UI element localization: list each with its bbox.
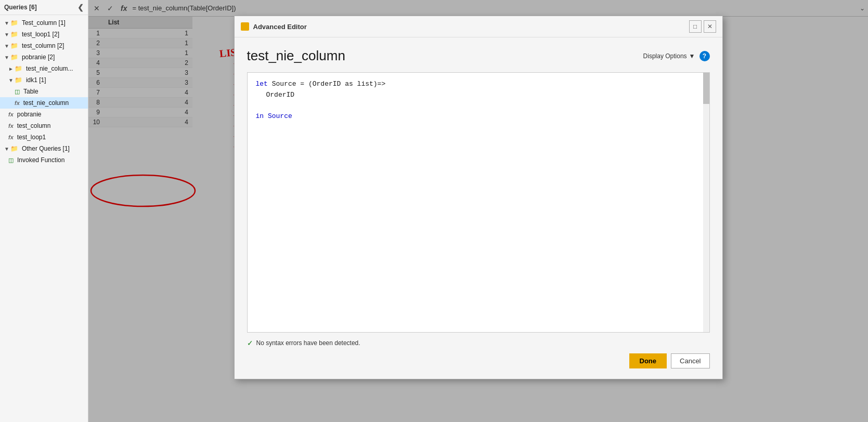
tree-item-test_nie_column[interactable]: fxtest_nie_column xyxy=(0,97,88,109)
triangle-icon: ▼ xyxy=(4,20,9,26)
code-line-4: in Source xyxy=(256,111,701,122)
tree-item-label: test_column [2] xyxy=(22,42,64,49)
fx-icon: fx xyxy=(15,100,20,106)
queries-title: Queries [6] xyxy=(4,4,37,11)
tree-item-test_column_1[interactable]: ▼ 📁Test_column [1] xyxy=(0,17,88,29)
tree-item-table_item[interactable]: ◫Table xyxy=(0,86,88,97)
modal-footer: ✓ No syntax errors have been detected. D… xyxy=(247,333,710,368)
modal-title-left: Advanced Editor xyxy=(241,22,307,31)
scrollbar-track[interactable] xyxy=(703,73,709,332)
equals-operator: = xyxy=(300,79,304,90)
modal-body: test_nie_column Display Options ▼ ? let xyxy=(235,37,722,379)
folder-icon: 📁 xyxy=(10,42,18,49)
code-line-3 xyxy=(256,101,701,112)
fx-icon: fx xyxy=(8,123,14,129)
folder-icon: 📁 xyxy=(15,65,22,72)
status-row: ✓ No syntax errors have been detected. xyxy=(247,339,710,347)
modal-maximize-button[interactable]: □ xyxy=(689,20,702,33)
table-icon: ◫ xyxy=(15,88,20,95)
table-icon: ◫ xyxy=(8,157,14,164)
advanced-editor-modal: Advanced Editor □ ✕ test_nie_column Disp… xyxy=(234,16,723,379)
collapse-panel-button[interactable]: ❮ xyxy=(77,3,84,11)
tree-item-pobranie_2[interactable]: ▼ 📁pobranie [2] xyxy=(0,51,88,63)
main-area: ✕ ✓ fx ⌄ List 1 12 13 xyxy=(88,0,868,422)
chevron-down-icon: ▼ xyxy=(689,52,695,60)
scrollbar-thumb[interactable] xyxy=(703,73,709,104)
tree-item-invoked_function[interactable]: ◫Invoked Function xyxy=(0,154,88,166)
orderid-identifier: OrderID xyxy=(266,90,295,101)
fx-icon: fx xyxy=(8,134,14,140)
triangle-icon: ▼ xyxy=(4,43,9,49)
tree-item-label: Invoked Function xyxy=(17,156,64,164)
tree-item-label: pobranie [2] xyxy=(22,54,55,61)
code-line-2: OrderID xyxy=(256,90,701,101)
done-button[interactable]: Done xyxy=(629,353,667,368)
modal-func-header: test_nie_column Display Options ▼ ? xyxy=(247,48,710,64)
function-name: test_nie_column xyxy=(247,48,345,64)
tree-item-label: pobranie xyxy=(17,111,42,118)
queries-header: Queries [6] ❮ xyxy=(0,0,88,15)
tree-item-label: Table xyxy=(23,88,38,95)
modal-app-icon xyxy=(241,22,249,31)
tree-item-label: test_nie_colum... xyxy=(26,65,73,72)
tree-item-pobranie[interactable]: fxpobranie xyxy=(0,109,88,120)
tree-item-test_column[interactable]: fxtest_column xyxy=(0,120,88,131)
tree-item-test_column_2[interactable]: ▼ 📁test_column [2] xyxy=(0,40,88,51)
folder-icon: 📁 xyxy=(10,145,18,152)
modal-title-bar: Advanced Editor □ ✕ xyxy=(235,16,722,37)
tree-item-idk1_1[interactable]: ▼ 📁idk1 [1] xyxy=(0,74,88,86)
triangle-icon: ▼ xyxy=(4,55,9,60)
tree-item-label: test_loop1 [2] xyxy=(22,31,59,38)
status-check-icon: ✓ xyxy=(247,339,253,347)
display-options-button[interactable]: Display Options ▼ xyxy=(643,52,695,60)
tree-item-label: test_loop1 xyxy=(17,134,46,141)
folder-icon: 📁 xyxy=(15,76,22,84)
modal-options-row: Display Options ▼ ? xyxy=(643,51,710,61)
triangle-icon: ► xyxy=(8,66,14,72)
code-editor[interactable]: let Source = (OrderID as list)=> OrderID xyxy=(247,72,710,333)
modal-title-text: Advanced Editor xyxy=(253,23,307,31)
code-line-1: let Source = (OrderID as list)=> xyxy=(256,79,701,90)
modal-action-buttons: Done Cancel xyxy=(247,353,710,368)
help-button[interactable]: ? xyxy=(699,51,710,61)
folder-icon: 📁 xyxy=(10,54,18,61)
left-panel: Queries [6] ❮ ▼ 📁Test_column [1]▼ 📁test_… xyxy=(0,0,88,422)
fx-icon: fx xyxy=(8,111,14,117)
folder-icon: 📁 xyxy=(10,19,18,27)
in-keyword: in xyxy=(256,111,264,122)
tree-item-label: idk1 [1] xyxy=(26,76,46,84)
source-identifier: Source xyxy=(272,79,296,90)
function-params: (OrderID as list)=> xyxy=(308,79,385,90)
modal-overlay: Advanced Editor □ ✕ test_nie_column Disp… xyxy=(88,0,868,422)
tree-item-label: Other Queries [1] xyxy=(22,145,70,152)
tree-item-other_queries_1[interactable]: ▼ 📁Other Queries [1] xyxy=(0,143,88,154)
modal-close-button[interactable]: ✕ xyxy=(704,20,716,33)
cancel-button[interactable]: Cancel xyxy=(671,353,709,368)
triangle-icon: ▼ xyxy=(4,146,9,152)
modal-window-buttons: □ ✕ xyxy=(689,20,716,33)
tree-item-label: test_nie_column xyxy=(23,99,69,107)
in-source: Source xyxy=(268,111,292,122)
query-tree: ▼ 📁Test_column [1]▼ 📁test_loop1 [2]▼ 📁te… xyxy=(0,15,88,422)
triangle-icon: ▼ xyxy=(8,77,14,83)
tree-item-label: test_column xyxy=(17,122,51,129)
tree-item-label: Test_column [1] xyxy=(22,19,66,27)
status-message: No syntax errors have been detected. xyxy=(256,339,360,347)
tree-item-test_loop1[interactable]: fxtest_loop1 xyxy=(0,131,88,143)
tree-item-test_nie_column_sub[interactable]: ► 📁test_nie_colum... xyxy=(0,63,88,74)
folder-icon: 📁 xyxy=(10,31,18,38)
triangle-icon: ▼ xyxy=(4,32,9,37)
tree-item-test_loop1_2[interactable]: ▼ 📁test_loop1 [2] xyxy=(0,29,88,40)
let-keyword: let xyxy=(256,79,268,90)
